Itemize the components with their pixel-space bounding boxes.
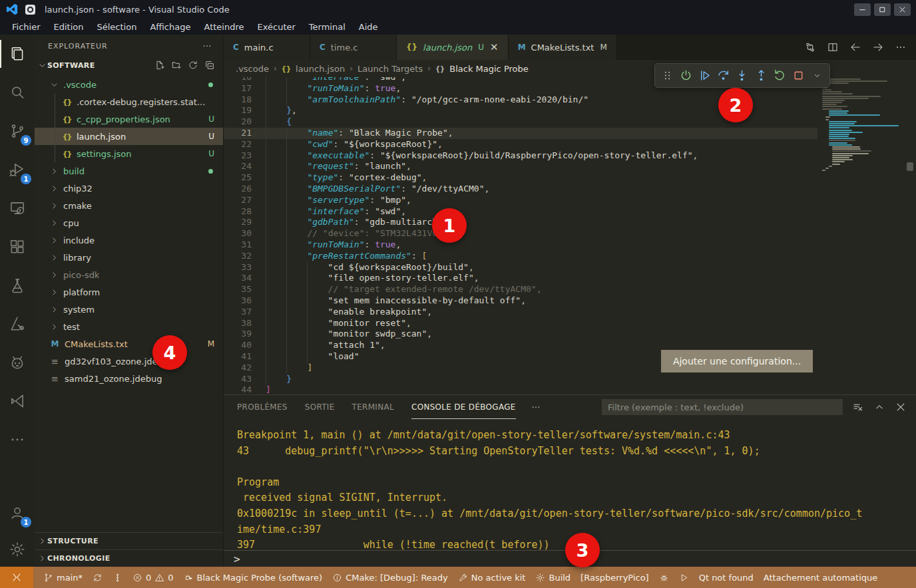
new-folder-icon[interactable] — [171, 60, 182, 71]
line-number[interactable]: 35 — [224, 284, 252, 295]
line-number[interactable]: 16 — [224, 77, 252, 83]
continue-button[interactable] — [696, 67, 714, 85]
debug-console-output[interactable]: Breakpoint 1, main () at /mnt/data/git/o… — [224, 419, 916, 550]
line-number[interactable]: 31 — [224, 239, 252, 251]
step-into-button[interactable] — [733, 67, 751, 85]
menu-atteindre[interactable]: Atteindre — [197, 21, 250, 33]
status-debug-target[interactable] — [659, 573, 669, 583]
tree-item-platform[interactable]: platform — [35, 283, 223, 301]
minimize-button[interactable] — [854, 3, 871, 16]
activity-source-control[interactable]: 9 — [0, 112, 35, 150]
tree-item-launch-json[interactable]: {}launch.jsonU — [35, 128, 223, 145]
tree-item-library[interactable]: library — [35, 249, 223, 266]
activity-run-and-debug[interactable]: 1 — [0, 150, 35, 189]
status-problems[interactable]: 00 — [132, 573, 174, 583]
activity-more-views[interactable] — [0, 420, 35, 459]
menu-aide[interactable]: Aide — [352, 21, 385, 33]
line-number[interactable]: 37 — [224, 307, 252, 318]
line-number[interactable]: 36 — [224, 295, 252, 307]
code-editor[interactable]: 16"interface": "swd",17"runToMain": true… — [224, 77, 916, 394]
workspace-section-header[interactable]: SOFTWARE — [35, 57, 223, 73]
panel-more-tabs-icon[interactable] — [531, 402, 541, 412]
line-number[interactable]: 33 — [224, 262, 252, 273]
status-build[interactable]: Build — [535, 573, 571, 583]
line-number[interactable]: 17 — [224, 83, 252, 94]
status-debug-session[interactable]: Black Magic Probe (software) — [184, 573, 323, 583]
scrollbar-thumb[interactable] — [907, 162, 913, 171]
line-number[interactable]: 26 — [224, 184, 252, 195]
editor-scrollbar[interactable] — [905, 77, 916, 394]
line-number[interactable]: 39 — [224, 329, 252, 340]
sidebar-more-actions-icon[interactable] — [202, 41, 212, 51]
activity-explorer[interactable] — [0, 35, 35, 73]
tab-cmakelists-txt[interactable]: M CMakeLists.txt M — [509, 35, 617, 60]
line-number[interactable]: 29 — [224, 217, 252, 228]
debug-console-input[interactable]: > — [224, 550, 916, 567]
restart-button[interactable] — [771, 67, 789, 85]
activity-cmake-tools[interactable] — [0, 305, 35, 343]
sidebar-section-structure[interactable]: STRUCTURE — [35, 532, 223, 549]
step-over-button[interactable] — [714, 67, 732, 85]
remote-indicator[interactable] — [0, 567, 33, 588]
power-button[interactable] — [677, 67, 695, 85]
activity-accounts[interactable]: 1 — [0, 494, 35, 532]
line-number[interactable]: 24 — [224, 161, 252, 172]
status-sync[interactable] — [93, 573, 103, 583]
menu-fichier[interactable]: Fichier — [5, 21, 47, 33]
line-number[interactable]: 30 — [224, 228, 252, 239]
line-number[interactable]: 25 — [224, 172, 252, 184]
tree-item-cpu[interactable]: cpu — [35, 214, 223, 231]
open-changes-icon[interactable] — [804, 41, 816, 53]
line-number[interactable]: 27 — [224, 195, 252, 206]
close-button[interactable] — [894, 3, 911, 16]
activity-search[interactable] — [0, 73, 35, 112]
line-number[interactable]: 18 — [224, 94, 252, 106]
tree-item-test[interactable]: test — [35, 318, 223, 335]
close-panel-icon[interactable] — [895, 401, 907, 413]
line-number[interactable]: 32 — [224, 251, 252, 262]
tree-item-include[interactable]: include — [35, 231, 223, 249]
status-auto-attach[interactable]: Attachement automatique — [764, 573, 877, 583]
panel-tab-console-de-d-bogage[interactable]: CONSOLE DE DÉBOGAGE — [411, 395, 516, 419]
split-editor-icon[interactable] — [827, 41, 839, 53]
tab-main-c[interactable]: C main.c — [224, 35, 310, 60]
line-number[interactable]: 28 — [224, 206, 252, 218]
menu-terminal[interactable]: Terminal — [302, 21, 352, 33]
tree-item-chip32[interactable]: chip32 — [35, 180, 223, 197]
status-launch-target[interactable]: [RaspberryPico] — [580, 573, 649, 583]
step-out-button[interactable] — [752, 67, 770, 85]
tree-item-build[interactable]: build — [35, 162, 223, 180]
tree-item-cmake[interactable]: cmake — [35, 197, 223, 214]
panel-tab-sortie[interactable]: SORTIE — [305, 395, 335, 419]
breadcrumb-item-launch-json[interactable]: launch.json — [296, 64, 345, 74]
menu-ex-cuter[interactable]: Exécuter — [251, 21, 302, 33]
tree-item-cmakelists-txt[interactable]: MCMakeLists.txtM — [35, 335, 223, 353]
tree-item-settings-json[interactable]: {}settings.jsonU — [35, 145, 223, 162]
status-qt-status[interactable]: Qt not found — [699, 573, 754, 583]
maximize-button[interactable] — [874, 3, 891, 16]
filter-input[interactable] — [602, 399, 843, 415]
close-tab-icon[interactable]: ✕ — [490, 43, 499, 53]
tree-item-vscode[interactable]: .vscode — [35, 76, 223, 93]
status-source-control-graph[interactable] — [113, 573, 122, 583]
more-debug-actions-button[interactable] — [808, 67, 826, 85]
new-file-icon[interactable] — [154, 60, 165, 71]
line-number[interactable]: 41 — [224, 351, 252, 363]
line-number[interactable]: 44 — [224, 384, 252, 394]
breadcrumb-item-black-magic-probe[interactable]: Black Magic Probe — [449, 64, 529, 74]
menu-s-lection[interactable]: Sélection — [90, 21, 143, 33]
tree-item-system[interactable]: system — [35, 301, 223, 318]
activity-testing[interactable] — [0, 266, 35, 305]
toolbar-drag-handle-button[interactable] — [658, 67, 676, 85]
activity-visual-studio[interactable] — [0, 382, 35, 420]
activity-platformio[interactable] — [0, 343, 35, 382]
line-number[interactable]: 21 — [224, 128, 252, 139]
activity-extensions[interactable] — [0, 227, 35, 266]
line-number[interactable]: 42 — [224, 363, 252, 374]
maximize-panel-icon[interactable] — [873, 401, 885, 413]
line-number[interactable]: 20 — [224, 116, 252, 128]
collapse-folders-icon[interactable] — [204, 60, 215, 71]
tree-item-samd21-ozone-jdebug[interactable]: ≡samd21_ozone.jdebug — [35, 370, 223, 387]
tree-item-c-cpp-properties-json[interactable]: {}c_cpp_properties.jsonU — [35, 110, 223, 128]
sidebar-section-chronologie[interactable]: CHRONOLOGIE — [35, 549, 223, 567]
